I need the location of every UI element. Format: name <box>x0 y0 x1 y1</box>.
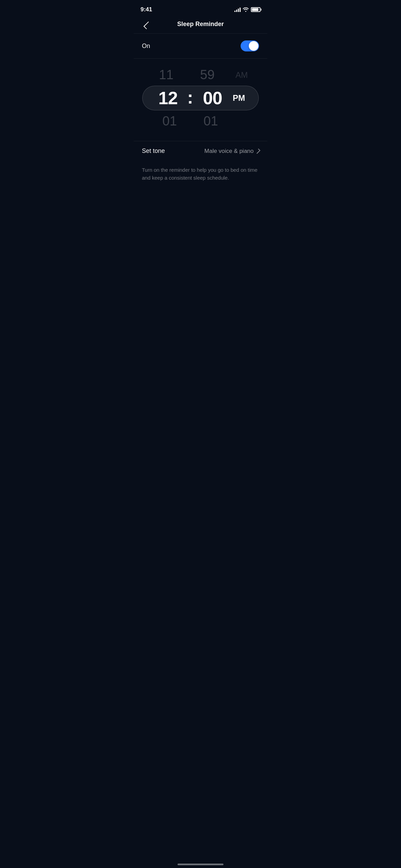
wifi-icon <box>243 7 249 12</box>
status-bar: 9:41 <box>134 0 267 17</box>
signal-bar-4 <box>240 8 241 12</box>
signal-icon <box>234 7 241 12</box>
selected-period: PM <box>231 93 252 103</box>
back-button[interactable] <box>141 19 153 32</box>
toggle-label: On <box>142 43 150 50</box>
signal-bar-1 <box>234 11 235 12</box>
time-picker-section[interactable]: 11 59 AM 12 : 00 PM 01 01 <box>134 59 267 141</box>
battery-icon <box>251 7 260 12</box>
ghost-hour-bottom: 01 <box>149 114 190 129</box>
set-tone-row[interactable]: Set tone Male voice & piano <box>134 141 267 161</box>
set-tone-value: Male voice & piano <box>204 148 259 155</box>
ghost-period-top: AM <box>228 70 255 80</box>
battery-fill <box>252 8 258 11</box>
set-tone-current: Male voice & piano <box>204 148 254 155</box>
signal-bar-2 <box>236 10 237 12</box>
chevron-right-icon <box>255 148 260 154</box>
description-text: Turn on the reminder to help you go to b… <box>134 161 267 182</box>
on-off-toggle[interactable] <box>241 40 259 51</box>
time-ghost-bottom-row: 01 01 <box>142 112 259 131</box>
page-header: Sleep Reminder <box>134 17 267 33</box>
ghost-minute-top: 59 <box>187 68 228 82</box>
toggle-row: On <box>134 34 267 58</box>
time-ghost-top-row: 11 59 AM <box>142 65 259 84</box>
ghost-minute-bottom: 01 <box>190 114 231 129</box>
toggle-thumb <box>249 41 258 51</box>
time-selected-row[interactable]: 12 : 00 PM <box>142 86 259 110</box>
ghost-hour-top: 11 <box>146 68 187 82</box>
page-title: Sleep Reminder <box>177 21 224 28</box>
selected-minute: 00 <box>194 88 231 108</box>
status-time: 9:41 <box>141 6 152 13</box>
selected-hour: 12 <box>149 88 187 108</box>
signal-bar-3 <box>238 9 239 12</box>
status-icons <box>234 7 260 12</box>
time-picker-wrapper: 11 59 AM 12 : 00 PM 01 01 <box>134 65 267 131</box>
set-tone-label: Set tone <box>142 147 165 155</box>
back-chevron-icon <box>144 21 151 29</box>
time-colon: : <box>187 87 194 109</box>
